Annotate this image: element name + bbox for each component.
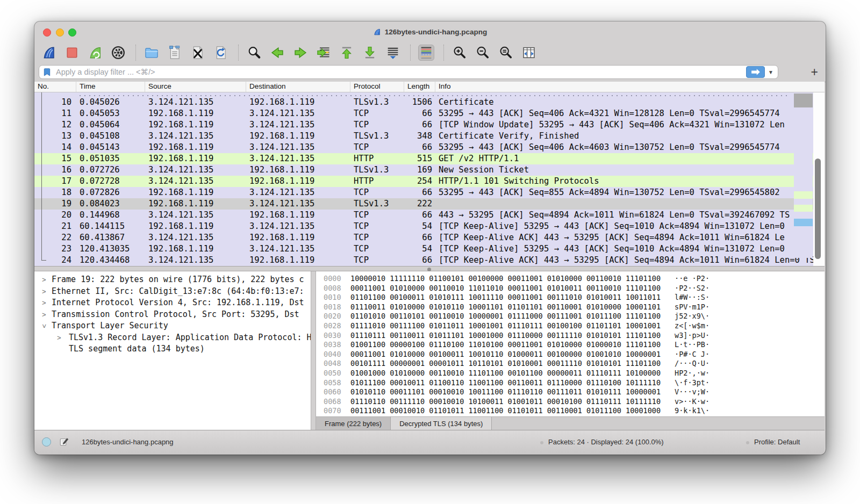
packet-row[interactable]: 110.045053192.168.1.1193.124.121.135TCP6… [34,108,825,119]
packet-row[interactable]: 150.051035192.168.1.1193.124.121.135HTTP… [34,153,825,164]
column-header-source[interactable]: Source [145,82,246,92]
display-filter-input[interactable] [55,67,746,77]
packet-row[interactable]: 190.084023192.168.1.1193.124.121.135TLSv… [34,198,825,210]
expert-info-icon[interactable] [42,437,51,447]
column-header-time[interactable]: Time [76,82,145,92]
start-capture-button[interactable] [41,45,57,61]
find-packet-button[interactable] [246,45,262,61]
bytes-row: 003001110111 00110011 01011101 10001000 … [316,331,825,341]
open-file-button[interactable] [144,45,160,61]
apply-filter-button[interactable] [746,66,765,78]
restart-capture-button[interactable] [87,45,103,61]
column-header-length[interactable]: Length [404,82,435,92]
packet-row[interactable]: 2160.144115192.168.1.1193.124.121.135TCP… [34,221,825,232]
packet-cell-len: 254 [404,176,435,187]
colorize-packets-button[interactable] [418,45,434,61]
zoom-reset-button[interactable] [498,45,514,61]
filter-dropdown-chevron-icon[interactable]: ▼ [768,69,773,75]
column-header-destination[interactable]: Destination [246,82,350,92]
packet-cell-dst: 192.168.1.119 [246,176,350,187]
column-header-protocol[interactable]: Protocol [350,82,404,92]
packet-row[interactable]: 160.0727263.124.121.135192.168.1.119TLSv… [34,164,825,176]
detail-tree-row[interactable]: >Transport Layer Security [34,320,311,332]
horizontal-splitter[interactable] [34,266,825,271]
detail-tree-row[interactable]: >Frame 19: 222 bytes on wire (1776 bits)… [34,274,311,286]
packet-cell-no: 21 [34,221,76,232]
toolbar-separator [238,45,239,61]
packet-cell-dst: 3.124.121.135 [246,221,350,232]
packet-row[interactable]: 24120.4344683.124.121.135192.168.1.119TC… [34,255,825,266]
packet-row[interactable]: 100.0450263.124.121.135192.168.1.119TLSv… [34,97,825,108]
packet-cell-time: 0.072728 [76,176,145,187]
display-filter-field[interactable]: ▼ [39,65,778,79]
detail-tree-row[interactable]: TLS segment data (134 bytes) [34,343,311,355]
reload-file-button[interactable] [213,45,229,61]
packet-bytes-view[interactable]: 000010000010 11111110 01100101 00100000 … [316,271,825,416]
chevron-right-icon[interactable]: > [42,309,46,321]
zoom-out-button[interactable] [475,45,491,61]
column-header-info[interactable]: Info [435,82,825,92]
packet-cell-proto: TCP [350,232,404,243]
packet-cell-info [435,198,825,210]
chevron-right-icon[interactable]: > [42,297,46,309]
go-last-packet-button[interactable] [362,45,378,61]
intelligent-scrollbar-minimap[interactable] [794,92,813,258]
chevron-right-icon[interactable]: > [57,332,61,344]
status-profile[interactable]: Profile: Default [754,438,800,446]
detail-tree-row[interactable]: >TLSv1.3 Record Layer: Application Data … [34,332,311,344]
packet-row[interactable]: 200.1449683.124.121.135192.168.1.119TCP6… [34,210,825,221]
packet-row-partial[interactable] [34,92,825,97]
packet-row[interactable]: 2260.4138673.124.121.135192.168.1.119TCP… [34,232,825,243]
detail-tree-row[interactable]: >Ethernet II, Src: CalDigit_13:e7:8c (64… [34,286,311,298]
stop-capture-button[interactable] [64,45,80,61]
close-file-button[interactable] [190,45,206,61]
go-first-packet-button[interactable] [339,45,355,61]
chevron-down-icon[interactable]: > [38,324,50,328]
detail-tree-row[interactable]: >Transmission Control Protocol, Src Port… [34,309,311,321]
add-filter-button[interactable]: + [811,64,818,80]
bytes-ascii: ·P2··S2· [675,284,710,293]
auto-scroll-icon [385,45,400,60]
go-back-button[interactable] [269,45,285,61]
packet-cell-dst: 192.168.1.119 [246,97,350,108]
packet-cell-proto: TCP [350,119,404,131]
packet-row[interactable]: 140.045143192.168.1.1193.124.121.135TCP6… [34,142,825,153]
bytes-tab-active[interactable]: Decrypted TLS (134 bytes) [391,417,492,430]
packet-list-header: No.TimeSourceDestinationProtocolLengthIn… [34,82,825,92]
bytes-bits: 10000010 11111110 01100101 00100000 0001… [350,274,661,284]
auto-scroll-button[interactable] [385,45,401,61]
detail-row-text: TLS segment data (134 bytes) [69,344,205,354]
detail-row-text: Internet Protocol Version 4, Src: 192.16… [52,298,304,307]
scrollbar-thumb[interactable] [815,159,821,259]
scrollbar-track[interactable] [813,92,825,266]
packet-cell-src: 3.124.121.135 [145,232,246,243]
bytes-offset: 0060 [324,387,343,397]
go-to-packet-button[interactable] [316,45,332,61]
chevron-right-icon[interactable]: > [42,274,46,286]
bytes-tab-inactive[interactable]: Frame (222 bytes) [316,417,391,430]
packet-cell-src: 3.124.121.135 [145,176,246,187]
packet-cell-dst: 192.168.1.119 [246,255,350,266]
packet-row[interactable]: 130.0451083.124.121.135192.168.1.119TLSv… [34,131,825,142]
packet-row[interactable]: 180.072826192.168.1.1193.124.121.135TCP6… [34,187,825,198]
bytes-ascii: sPV·m1P· [675,303,710,312]
packet-row[interactable]: 120.045064192.168.1.1193.124.121.135TCP6… [34,119,825,131]
vertical-splitter[interactable] [311,271,316,430]
bytes-row: 000800011001 01010000 00110010 11011010 … [316,284,825,293]
related-packets-line [41,92,42,260]
wireshark-fin-icon [373,28,381,36]
packet-cell-time: 60.413867 [76,232,145,243]
chevron-right-icon[interactable]: > [42,286,46,298]
detail-tree-row[interactable]: >Internet Protocol Version 4, Src: 192.1… [34,297,311,309]
save-file-button[interactable] [167,45,183,61]
packet-row[interactable]: 23120.413035192.168.1.1193.124.121.135TC… [34,243,825,255]
packet-cell-info: [TCP Keep-Alive ACK] 443 → 53295 [ACK] S… [435,255,825,266]
resize-columns-button[interactable] [521,45,537,61]
column-header-no[interactable]: No. [34,82,76,92]
capture-comment-icon[interactable] [59,437,69,448]
bookmark-icon[interactable] [42,68,52,77]
zoom-in-button[interactable] [452,45,468,61]
capture-options-button[interactable] [110,45,126,61]
packet-row[interactable]: 170.0727283.124.121.135192.168.1.119HTTP… [34,176,825,187]
go-forward-button[interactable] [292,45,309,61]
